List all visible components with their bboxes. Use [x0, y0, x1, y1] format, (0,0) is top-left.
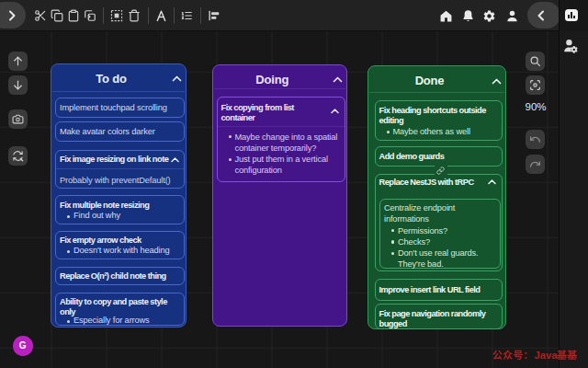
- svg-text:Java: Java: [535, 350, 559, 361]
